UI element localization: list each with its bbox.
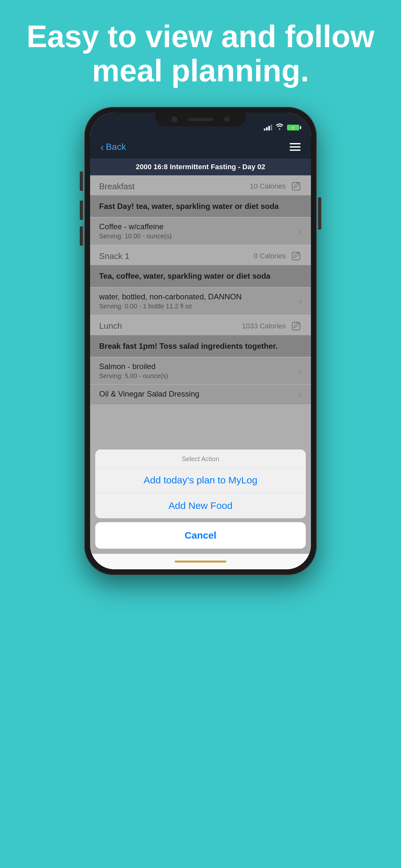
home-indicator <box>90 554 311 569</box>
front-camera <box>172 117 177 122</box>
hamburger-line-2 <box>289 146 301 148</box>
plan-title: 2000 16:8 Intermittent Fasting - Day 02 <box>135 163 265 171</box>
action-sheet-title: Select Action <box>95 450 306 468</box>
status-bar: ⚡ <box>90 113 311 135</box>
battery-icon: ⚡ <box>287 125 299 130</box>
action-sheet: Select Action Add today's plan to MyLog … <box>90 450 311 554</box>
phone-mockup: ⚡ ‹ Back 2000 16:8 Intermittent Fastin <box>0 100 401 575</box>
signal-icon <box>264 125 272 130</box>
notch <box>155 113 246 126</box>
hamburger-line-3 <box>289 150 301 151</box>
hero-heading: Easy to view and follow meal planning. <box>0 0 401 100</box>
home-bar <box>175 561 226 562</box>
phone-outer-shell: ⚡ ‹ Back 2000 16:8 Intermittent Fastin <box>84 107 317 575</box>
add-new-food-button[interactable]: Add New Food <box>95 493 306 518</box>
status-icons: ⚡ <box>264 123 299 132</box>
phone-screen: ⚡ ‹ Back 2000 16:8 Intermittent Fastin <box>90 113 311 569</box>
menu-button[interactable] <box>289 143 301 151</box>
sensor <box>224 117 229 122</box>
add-to-mylog-button[interactable]: Add today's plan to MyLog <box>95 468 306 493</box>
speaker <box>188 118 213 121</box>
plan-header: 2000 16:8 Intermittent Fasting - Day 02 <box>90 159 311 175</box>
hamburger-line-1 <box>289 143 301 144</box>
action-sheet-main: Select Action Add today's plan to MyLog … <box>95 450 306 518</box>
nav-bar: ‹ Back <box>90 135 311 159</box>
action-sheet-overlay: Select Action Add today's plan to MyLog … <box>90 175 311 554</box>
meal-content: Breakfast 10 Calories Fast Day! tea, <box>90 175 311 554</box>
cancel-button[interactable]: Cancel <box>95 522 306 549</box>
back-label: Back <box>106 142 126 152</box>
back-chevron-icon: ‹ <box>100 141 104 153</box>
wifi-icon <box>275 123 284 132</box>
back-button[interactable]: ‹ Back <box>100 141 126 153</box>
